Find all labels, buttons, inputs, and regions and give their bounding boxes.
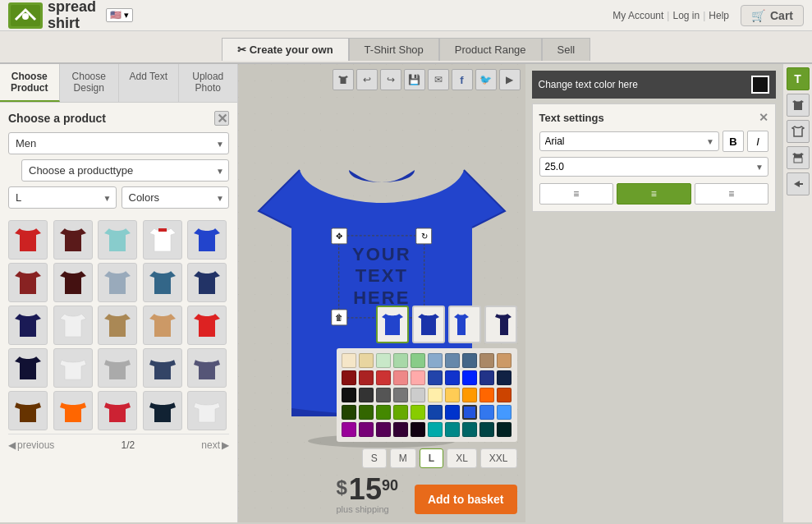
color-swatch-item[interactable] (393, 422, 408, 437)
next-arrow-button[interactable]: ▶ (499, 69, 521, 90)
color-swatch-item[interactable] (479, 370, 494, 385)
color-swatch-item[interactable] (342, 370, 356, 385)
toolbar-shirt-icon[interactable] (333, 69, 354, 90)
product-thumb[interactable] (98, 348, 137, 388)
color-swatch-item[interactable] (393, 370, 408, 385)
product-thumb[interactable] (53, 263, 93, 302)
color-swatch-item-selected[interactable] (462, 405, 477, 420)
color-swatch-item[interactable] (359, 353, 374, 368)
product-thumb[interactable] (187, 263, 227, 302)
color-swatch-item[interactable] (376, 422, 391, 437)
type-select[interactable]: Choose a producttype (21, 159, 229, 182)
color-swatch-item[interactable] (479, 422, 494, 437)
color-swatch-item[interactable] (479, 405, 494, 420)
product-thumb[interactable] (53, 220, 93, 260)
color-swatch-item[interactable] (445, 388, 460, 402)
pagination-prev[interactable]: ◀ previous (8, 439, 54, 451)
email-button[interactable]: ✉ (428, 69, 449, 90)
bold-button[interactable]: B (723, 131, 744, 152)
color-swatch-item[interactable] (428, 422, 443, 437)
subtab-choose-product[interactable]: Choose Product (0, 64, 60, 102)
subtab-choose-design[interactable]: Choose Design (60, 64, 120, 102)
color-swatch-item[interactable] (497, 353, 512, 368)
product-thumb[interactable] (8, 263, 48, 302)
add-to-basket-button[interactable]: Add to basket (415, 485, 517, 514)
facebook-button[interactable]: f (452, 69, 473, 90)
product-thumb[interactable] (143, 348, 182, 388)
save-button[interactable]: 💾 (404, 69, 425, 90)
product-thumb[interactable] (53, 348, 93, 388)
shirt-view-right[interactable] (484, 306, 517, 343)
flag-selector[interactable]: 🇺🇸 ▾ (106, 8, 133, 22)
color-swatch-item[interactable] (479, 353, 494, 368)
product-thumb[interactable] (143, 263, 182, 302)
color-swatch-item[interactable] (393, 353, 408, 368)
color-swatch-item[interactable] (479, 388, 494, 402)
shirt-view-back[interactable] (412, 306, 445, 343)
color-swatch-item[interactable] (445, 353, 460, 368)
log-in-link[interactable]: Log in (672, 10, 700, 21)
size-btn-s[interactable]: S (362, 448, 387, 468)
color-swatch-item[interactable] (393, 405, 408, 420)
shirt-outline-icon[interactable] (787, 120, 810, 143)
text-settings-close-button[interactable]: ✕ (759, 111, 768, 124)
product-thumb[interactable] (8, 348, 48, 388)
size-btn-m[interactable]: M (390, 448, 416, 468)
product-thumb[interactable] (143, 391, 182, 430)
product-thumb[interactable] (8, 306, 48, 345)
align-left-button[interactable]: ≡ (539, 183, 614, 205)
product-thumb[interactable] (187, 306, 227, 345)
text-handle-move[interactable]: ✥ (331, 228, 347, 244)
color-swatch-item[interactable] (497, 370, 512, 385)
color-swatch-item[interactable] (462, 422, 477, 437)
color-swatch-item[interactable] (411, 405, 425, 420)
color-swatch-item[interactable] (428, 405, 443, 420)
color-swatch-item[interactable] (342, 405, 356, 420)
color-swatch-item[interactable] (359, 422, 374, 437)
color-swatch-item[interactable] (445, 422, 460, 437)
size-btn-xl[interactable]: XL (447, 448, 477, 468)
design-tool-icon[interactable] (787, 146, 810, 169)
color-swatch-item[interactable] (445, 370, 460, 385)
shirt-front-icon[interactable] (787, 94, 810, 117)
category-select[interactable]: Men Women Kids Accessories (8, 132, 229, 154)
product-thumb[interactable] (143, 306, 182, 345)
color-swatch-item[interactable] (376, 405, 391, 420)
color-swatch-item[interactable] (497, 388, 512, 402)
product-thumb[interactable] (98, 391, 137, 430)
pagination-next[interactable]: next ▶ (201, 439, 229, 451)
product-thumb[interactable] (53, 391, 93, 430)
color-swatch-item[interactable] (359, 370, 374, 385)
shirt-view-front[interactable] (376, 306, 409, 343)
size-btn-l[interactable]: L (420, 448, 443, 468)
text-color-swatch[interactable] (751, 76, 769, 94)
product-thumb[interactable] (187, 220, 227, 260)
product-thumb[interactable] (187, 391, 227, 430)
color-bar[interactable]: Change text color here (532, 71, 777, 99)
color-swatch-item[interactable] (411, 388, 425, 402)
color-swatch-item[interactable] (428, 388, 443, 402)
color-swatch-item[interactable] (359, 405, 374, 420)
color-swatch-item[interactable] (411, 353, 425, 368)
product-thumb[interactable] (98, 306, 137, 345)
color-swatch-item[interactable] (376, 370, 391, 385)
subtab-add-text[interactable]: Add Text (119, 64, 179, 102)
color-swatch-item[interactable] (411, 370, 425, 385)
arrow-tool-icon[interactable] (787, 172, 810, 195)
shirt-view-left[interactable] (448, 306, 481, 343)
colors-select[interactable]: Colors (122, 186, 230, 209)
text-handle-rotate[interactable]: ↻ (416, 228, 433, 244)
color-swatch-item[interactable] (342, 388, 356, 402)
product-thumb[interactable] (8, 220, 48, 260)
color-swatch-item[interactable] (497, 405, 512, 420)
product-thumb[interactable] (98, 220, 137, 260)
tab-product-range[interactable]: Product Range (439, 38, 542, 61)
subtab-upload-photo[interactable]: Upload Photo (179, 64, 238, 102)
color-swatch-item[interactable] (376, 388, 391, 402)
product-thumb[interactable] (98, 263, 137, 302)
tab-sell[interactable]: Sell (542, 38, 591, 61)
redo-button[interactable]: ↪ (380, 69, 401, 90)
tab-tshirt-shop[interactable]: T-Shirt Shop (349, 38, 439, 61)
close-panel-button[interactable]: ✕ (214, 111, 229, 126)
color-swatch-item[interactable] (428, 353, 443, 368)
